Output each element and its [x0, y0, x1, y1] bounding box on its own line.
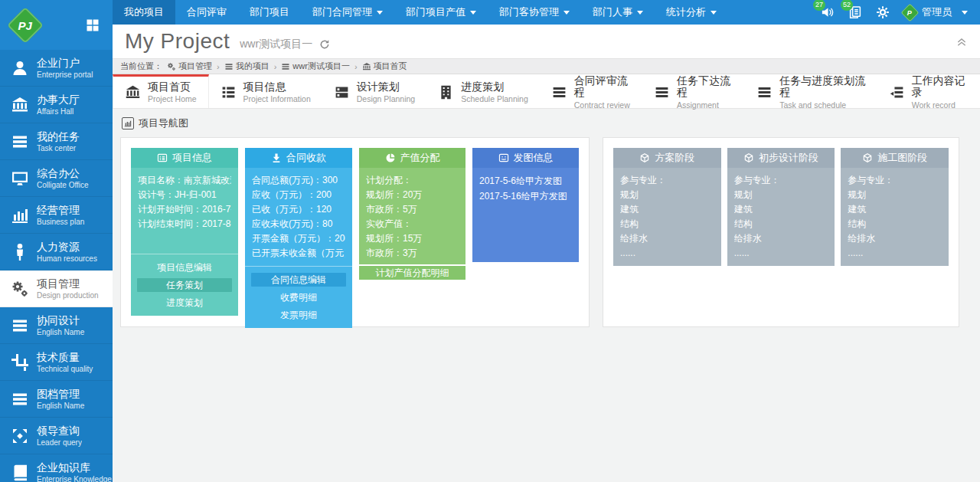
- contract-info-edit-button[interactable]: 合同信息编辑: [251, 273, 346, 287]
- sidebar-item-label: 项目管理: [37, 277, 99, 290]
- tab-project-home[interactable]: 项目首页Project Home: [113, 74, 209, 108]
- invoice-detail-button[interactable]: 发票明细: [251, 308, 346, 322]
- project-info-edit-button[interactable]: 项目信息编辑: [137, 261, 232, 274]
- breadcrumb-separator: [217, 62, 220, 71]
- topnav-statistics[interactable]: 统计分析: [655, 0, 728, 25]
- schedule-planning-button[interactable]: 进度策划: [137, 296, 232, 310]
- topnav-department-output[interactable]: 部门项目产值: [394, 0, 488, 25]
- sidebar-item-label: 我的任务: [37, 130, 80, 143]
- topnav-my-projects[interactable]: 我的项目: [113, 0, 175, 25]
- card-output-distribution: 产值分配 计划分配： 规划所：20万 市政所：5万 实收产值： 规划所：15万 …: [359, 148, 466, 316]
- bars-icon: [10, 316, 30, 335]
- collapse-up-icon[interactable]: [956, 35, 968, 48]
- box-icon: [862, 152, 873, 163]
- tab-project-information[interactable]: 项目信息Project Information: [209, 74, 322, 108]
- image-icon: [498, 152, 509, 163]
- user-menu[interactable]: P 管理员: [903, 5, 968, 19]
- sidebar-item-sublabel: Business plan: [37, 218, 84, 227]
- card-contract-header: 合同收款: [245, 148, 352, 168]
- sidebar-item-archive-management[interactable]: 图档管理English Name: [0, 381, 113, 418]
- received-line: 已收（万元）：120: [252, 202, 345, 217]
- breadcrumb-label: 当前位置：: [120, 61, 162, 72]
- project-nav-panel: 项目信息 项目名称：南京新城改造项目 设计号：JH-归-001 计划开始时间：2…: [120, 137, 590, 327]
- sidebar-item-technical-quality[interactable]: 技术质量Technical quality: [0, 344, 113, 381]
- sidebar-item-sublabel: Task center: [37, 144, 80, 153]
- bars-icon: [654, 84, 670, 100]
- apps-grid-icon[interactable]: [85, 18, 100, 33]
- section-title-row: 项目导航图: [122, 116, 972, 130]
- refresh-icon[interactable]: [319, 39, 330, 50]
- announcement-icon[interactable]: 27: [821, 5, 835, 19]
- tab-design-planning[interactable]: 设计策划Design Planning: [322, 74, 426, 108]
- card-output-header: 产值分配: [359, 148, 466, 168]
- sidebar-item-sublabel: Enterprise Knowledge: [37, 475, 112, 482]
- bars-icon: [281, 62, 290, 71]
- output-distribution-detail-button[interactable]: 计划产值分配明细: [359, 266, 466, 280]
- download-icon: [271, 152, 282, 163]
- outstanding-line: 应收未收(万元)：80: [252, 217, 345, 231]
- sidebar-item-business-plan[interactable]: 经营管理Business plan: [0, 197, 113, 234]
- bar-chart-icon: [10, 206, 30, 225]
- person-icon: [10, 243, 30, 261]
- chart-icon: [122, 117, 134, 130]
- topnav-department-customer-management[interactable]: 部门客协管理: [488, 0, 581, 25]
- app-logo[interactable]: PJ: [7, 6, 44, 43]
- chevron-down-icon: [470, 11, 476, 15]
- invoiced-unpaid-line: 已开票未收金额（万元）：80: [252, 246, 345, 261]
- tab-contract-review-flow[interactable]: 合同评审流程Contract review: [540, 74, 642, 108]
- sidebar-item-colligate-office[interactable]: 综合办公Colligate Office: [0, 160, 113, 197]
- tab-task-schedule-flow[interactable]: 任务与进度策划流程Task and schedule: [745, 74, 877, 108]
- sidebar-item-leader-query[interactable]: 领导查询Leader query: [0, 418, 113, 454]
- topnav-contract-review[interactable]: 合同评审: [175, 0, 238, 25]
- topnav-department-hr[interactable]: 部门人事: [581, 0, 655, 25]
- invoiced-line: 开票金额（万元）：200: [252, 231, 345, 246]
- gears-icon: [167, 62, 176, 71]
- main-area: 我的项目 合同评审 部门项目 部门合同管理 部门项目产值 部门客协管理 部门人事…: [113, 0, 980, 482]
- fee-detail-button[interactable]: 收费明细: [251, 290, 346, 304]
- sidebar-item-enterprise-knowledge[interactable]: 企业知识库Enterprise Knowledge: [0, 454, 113, 482]
- sidebar-item-label: 图档管理: [37, 388, 84, 400]
- document-badge: 52: [841, 0, 853, 11]
- chevron-down-icon: [377, 11, 383, 15]
- tab-schedule-planning[interactable]: 进度策划Schedule Planning: [426, 74, 540, 108]
- gears-icon: [10, 280, 30, 298]
- project-name: wwr测试项目一: [240, 38, 312, 51]
- sidebar-item-label: 协同设计: [37, 314, 84, 326]
- breadcrumb-item[interactable]: wwr测试项目一: [292, 61, 350, 72]
- plan-end-line: 计划结束时间：2017-8-9: [138, 217, 231, 231]
- section-title: 项目导航图: [139, 116, 188, 130]
- breadcrumb-separator: [354, 62, 358, 71]
- project-name-line: 项目名称：南京新城改造项目: [138, 173, 231, 188]
- sidebar-item-collaborative-design[interactable]: 协同设计English Name: [0, 307, 113, 344]
- phase-card-preliminary-design: 初步设计阶段 参与专业： 规划 建筑 结构 给排水 ......: [727, 148, 835, 262]
- card-drawing-header: 发图信息: [472, 148, 579, 168]
- drawing-record: 2017-5-16给甲方发图: [479, 189, 572, 204]
- topnav-department-projects[interactable]: 部门项目: [238, 0, 301, 25]
- sidebar-item-project-management[interactable]: 项目管理Design production: [0, 271, 113, 307]
- sidebar-item-affairs-hall[interactable]: 办事大厅Affairs Hall: [0, 87, 113, 123]
- sidebar-item-task-center[interactable]: 我的任务Task center: [0, 123, 113, 160]
- sidebar-item-label: 办事大厅: [37, 93, 80, 106]
- arrows-icon: [10, 427, 30, 445]
- building-icon: [438, 84, 454, 100]
- breadcrumb-item[interactable]: 项目首页: [374, 61, 407, 72]
- box-icon: [743, 152, 754, 163]
- task-planning-button[interactable]: 任务策划: [137, 278, 232, 292]
- sidebar-item-human-resources[interactable]: 人力资源Human resources: [0, 234, 113, 271]
- pie-chart-icon: [385, 152, 396, 163]
- sidebar-item-enterprise-portal[interactable]: 企业门户Enterprise portal: [0, 50, 113, 87]
- tab-work-record[interactable]: 工作内容记录Work record: [877, 74, 980, 108]
- tab-assignment-flow[interactable]: 任务下达流程Assignment: [642, 74, 745, 108]
- breadcrumb-item[interactable]: 项目管理: [178, 61, 212, 72]
- drawing-record: 2017-5-6给甲方发图: [479, 173, 572, 189]
- document-icon[interactable]: 52: [848, 5, 862, 19]
- card-list-icon: [157, 152, 168, 163]
- card-project-info-header: 项目信息: [131, 148, 238, 168]
- sidebar-item-sublabel: Technical quality: [37, 365, 93, 374]
- topnav-department-contract-management[interactable]: 部门合同管理: [301, 0, 394, 25]
- gear-icon[interactable]: [876, 5, 890, 19]
- breadcrumb-item[interactable]: 我的项目: [236, 61, 270, 72]
- user-avatar: P: [900, 3, 919, 21]
- chevron-down-icon: [637, 11, 643, 15]
- tab-bar: 项目首页Project Home 项目信息Project Information…: [113, 74, 980, 109]
